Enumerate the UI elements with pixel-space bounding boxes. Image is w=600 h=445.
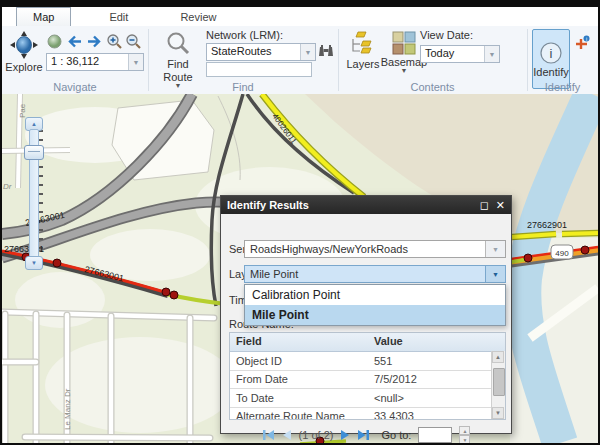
svg-text:490: 490 xyxy=(555,249,569,258)
find-route-value-input[interactable] xyxy=(206,62,312,77)
first-page-icon[interactable] xyxy=(262,429,275,441)
next-page-icon[interactable] xyxy=(340,429,350,441)
back-arrow-icon[interactable] xyxy=(66,33,83,50)
street-label: Le Manz Dr xyxy=(63,388,72,430)
tab-edit[interactable]: Edit xyxy=(95,7,142,26)
mile-point xyxy=(53,259,61,267)
table-row[interactable]: From Date 7/5/2012 xyxy=(230,371,505,390)
identify-button[interactable]: i Identify xyxy=(532,29,570,89)
layer-combobox[interactable]: Mile Point ▼ xyxy=(244,265,506,283)
binoculars-find-icon[interactable] xyxy=(318,43,335,60)
goto-page-input[interactable] xyxy=(418,427,452,443)
scrollbar-down-icon[interactable]: ▼ xyxy=(492,407,504,419)
network-lrm-combobox[interactable]: StateRoutes ▼ xyxy=(206,43,316,61)
table-scrollbar[interactable]: ▲ ▼ xyxy=(491,351,505,419)
svg-text:i: i xyxy=(586,36,587,42)
street-label: Pae xyxy=(18,103,27,118)
map-scale-combobox[interactable]: 1 : 36,112 ▼ xyxy=(46,53,144,71)
basemap-dropdown-caret-icon: ▼ xyxy=(401,68,408,73)
find-route-magnifier-icon xyxy=(165,31,191,57)
map-zoom-slider: ▲ ▼ xyxy=(24,117,44,277)
table-row[interactable]: Object ID 551 xyxy=(230,352,505,371)
ribbon: Explore 1 : 36,112 ▼ Navigate xyxy=(2,26,598,95)
forward-arrow-icon[interactable] xyxy=(86,33,103,50)
mile-point xyxy=(581,246,589,254)
ribbon-tab-bar: Map Edit Review xyxy=(2,7,598,27)
full-extent-globe-icon[interactable] xyxy=(46,33,63,50)
dialog-title: Identify Results xyxy=(227,199,473,211)
zoom-slider-down-button[interactable]: ▼ xyxy=(25,256,43,270)
spinner-down-icon[interactable]: ▼ xyxy=(459,435,470,444)
scrollbar-up-icon[interactable]: ▲ xyxy=(492,351,504,363)
service-combobox[interactable]: RoadsHighways/NewYorkRoads ▼ xyxy=(244,240,506,258)
identify-results-dialog: Identify Results ◻ ✕ Service: RoadsHighw… xyxy=(220,195,512,434)
mile-point xyxy=(524,254,532,262)
view-date-label: View Date: xyxy=(420,29,473,41)
network-dropdown-arrow-icon[interactable]: ▼ xyxy=(300,44,315,60)
zoom-out-icon[interactable] xyxy=(125,33,142,50)
application-window: Map Edit Review Explore xyxy=(0,0,600,445)
basemap-button[interactable]: Basemap ▼ xyxy=(384,31,424,73)
view-date-combobox[interactable]: Today ▼ xyxy=(420,45,500,63)
table-row[interactable]: To Date <null> xyxy=(230,389,505,408)
explore-pan-icon xyxy=(9,30,39,60)
results-pager: (1 of 2) Go to: ▲ ▼ xyxy=(221,426,511,444)
last-page-icon[interactable] xyxy=(357,429,370,441)
tab-map[interactable]: Map xyxy=(16,7,71,26)
layers-tree-icon xyxy=(350,31,376,57)
zoom-slider-handle[interactable] xyxy=(24,145,44,160)
layer-dropdown-list: Calibration Point Mile Point xyxy=(244,284,506,326)
layers-button[interactable]: Layers xyxy=(346,31,380,70)
group-label-find: Find xyxy=(148,81,338,93)
identify-info-icon: i xyxy=(539,41,563,65)
zoom-in-icon[interactable] xyxy=(106,33,123,50)
view-date-dropdown-arrow-icon[interactable]: ▼ xyxy=(484,46,499,62)
mile-point xyxy=(162,288,170,296)
previous-page-icon[interactable] xyxy=(282,429,292,441)
group-label-identify: Identify xyxy=(527,81,598,93)
mile-point xyxy=(170,291,178,299)
identify-route-location-icon[interactable]: i xyxy=(574,35,591,52)
basemap-tiles-icon xyxy=(392,31,416,55)
network-lrm-label: Network (LRM): xyxy=(206,29,283,41)
attributes-table: Field Value Object ID 551 From Date 7/5/… xyxy=(229,332,506,420)
goto-label: Go to: xyxy=(381,429,411,441)
goto-spinner: ▲ ▼ xyxy=(459,426,470,444)
route-label: 27662901 xyxy=(527,220,567,230)
find-route-button[interactable]: Find Route ▼ xyxy=(156,31,200,88)
scrollbar-thumb[interactable] xyxy=(493,368,505,396)
dropdown-option-calibration-point[interactable]: Calibration Point xyxy=(245,285,505,305)
svg-text:i: i xyxy=(550,46,553,61)
close-icon[interactable]: ✕ xyxy=(496,199,505,212)
layer-dropdown-arrow-icon[interactable]: ▼ xyxy=(485,266,505,282)
group-label-contents: Contents xyxy=(338,81,527,93)
table-row[interactable]: Alternate Route Name 33 4303 xyxy=(230,408,505,421)
scale-dropdown-arrow-icon[interactable]: ▼ xyxy=(128,54,143,70)
page-status: (1 of 2) xyxy=(299,429,334,441)
service-dropdown-arrow-icon[interactable]: ▼ xyxy=(485,241,505,257)
group-label-navigate: Navigate xyxy=(2,81,148,93)
dialog-titlebar[interactable]: Identify Results ◻ ✕ xyxy=(221,196,511,214)
tab-review[interactable]: Review xyxy=(166,7,230,26)
spinner-up-icon[interactable]: ▲ xyxy=(459,426,470,435)
maximize-icon[interactable]: ◻ xyxy=(480,199,489,212)
street-label: Dr xyxy=(3,182,12,191)
dropdown-option-mile-point[interactable]: Mile Point xyxy=(245,305,505,325)
table-header: Field Value xyxy=(230,333,505,352)
highway-shield-490: 490 xyxy=(551,245,573,259)
explore-button[interactable]: Explore xyxy=(6,30,42,73)
